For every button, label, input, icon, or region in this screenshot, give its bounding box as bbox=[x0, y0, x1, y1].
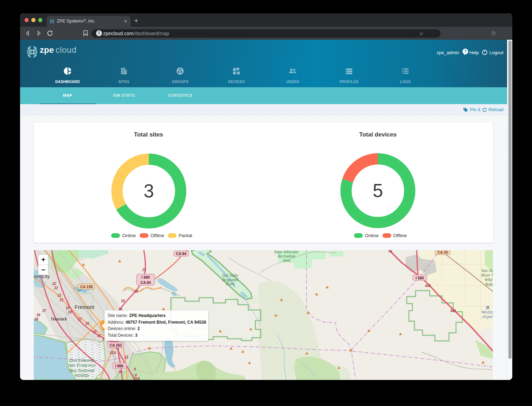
svg-text:Fremont: Fremont bbox=[75, 304, 95, 310]
svg-text:CA 238: CA 238 bbox=[80, 285, 93, 289]
svg-text:37: 37 bbox=[42, 309, 46, 313]
svg-text:10: 10 bbox=[118, 370, 122, 374]
svg-text:Don Edwards: Don Edwards bbox=[69, 357, 95, 363]
svg-text:zpe: zpe bbox=[40, 45, 54, 55]
svg-text:16: 16 bbox=[85, 322, 89, 325]
svg-text:CA 84: CA 84 bbox=[140, 280, 151, 285]
svg-text:Park: Park bbox=[226, 281, 235, 286]
svg-text:36: 36 bbox=[34, 317, 38, 321]
svg-text:I 880: I 880 bbox=[115, 364, 124, 368]
svg-text:Airport: Airport bbox=[481, 314, 493, 319]
svg-text:CA 84: CA 84 bbox=[176, 252, 186, 256]
svg-text:17: 17 bbox=[78, 317, 82, 321]
svg-text:11A: 11A bbox=[134, 377, 140, 380]
svg-text:22: 22 bbox=[52, 282, 56, 286]
svg-text:Area: Area bbox=[282, 258, 290, 262]
svg-text:Wildlife: Wildlife bbox=[75, 373, 89, 378]
svg-text:12A: 12A bbox=[110, 351, 116, 355]
svg-text:22: 22 bbox=[142, 268, 146, 272]
svg-text:76: 76 bbox=[388, 250, 392, 253]
svg-text:441: 441 bbox=[450, 309, 456, 313]
svg-text:20: 20 bbox=[134, 290, 138, 293]
svg-text:CA 33: CA 33 bbox=[437, 250, 448, 254]
svg-text:19: 19 bbox=[65, 306, 70, 310]
svg-text:cloud: cloud bbox=[56, 45, 77, 55]
svg-text:San Francisco: San Francisco bbox=[68, 362, 96, 368]
svg-text:Westley: Westley bbox=[481, 310, 493, 315]
svg-text:?: ? bbox=[464, 49, 467, 53]
svg-text:21: 21 bbox=[57, 293, 62, 297]
svg-text:Newark: Newark bbox=[51, 316, 67, 322]
svg-text:I 680: I 680 bbox=[141, 275, 150, 279]
svg-text:445: 445 bbox=[425, 284, 431, 288]
svg-text:22: 22 bbox=[53, 286, 58, 290]
svg-text:CA 262: CA 262 bbox=[109, 343, 122, 347]
svg-text:Recreation: Recreation bbox=[277, 254, 295, 258]
svg-text:9: 9 bbox=[134, 367, 136, 371]
svg-text:36: 36 bbox=[36, 313, 40, 317]
svg-text:I 580: I 580 bbox=[416, 276, 424, 280]
svg-text:State Vehicular: State Vehicular bbox=[274, 250, 299, 254]
svg-text:River N: River N bbox=[481, 273, 493, 278]
svg-text:21: 21 bbox=[59, 298, 64, 302]
svg-text:Refu: Refu bbox=[485, 282, 493, 287]
svg-text:Wild: Wild bbox=[484, 277, 493, 282]
svg-text:15: 15 bbox=[93, 330, 97, 334]
svg-text:19: 19 bbox=[68, 310, 72, 314]
svg-text:10: 10 bbox=[124, 356, 128, 360]
svg-text:Bay National: Bay National bbox=[69, 368, 95, 373]
svg-text:15: 15 bbox=[97, 334, 101, 338]
svg-text:18: 18 bbox=[121, 299, 125, 303]
svg-text:San Jo: San Jo bbox=[481, 268, 493, 273]
